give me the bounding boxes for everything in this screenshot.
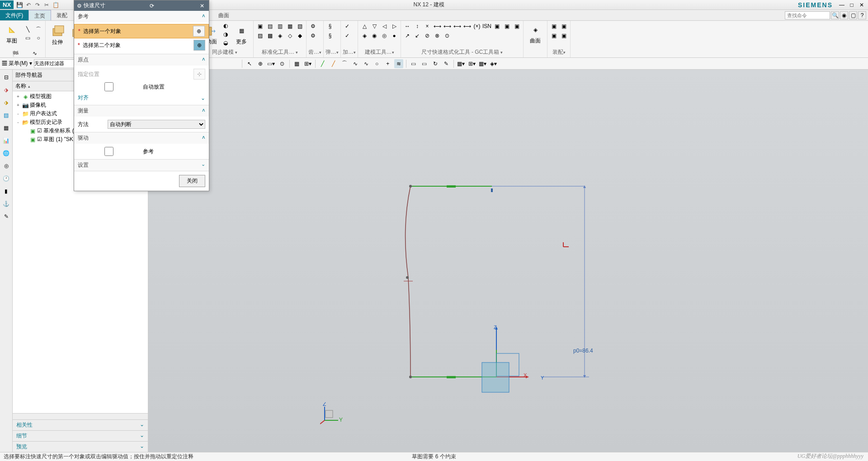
tab-assembly[interactable]: 装配 xyxy=(51,10,73,20)
f15[interactable]: ▭ xyxy=(409,59,418,68)
d7[interactable]: ⟷ xyxy=(462,22,472,31)
m4[interactable]: ▷ xyxy=(390,22,399,31)
a2[interactable]: ▣ xyxy=(559,22,568,31)
section-detail[interactable]: 细节⌄ xyxy=(13,430,148,441)
close-button[interactable]: 关闭 xyxy=(179,175,205,187)
f4[interactable]: ⊙ xyxy=(278,59,287,68)
rect-tool[interactable]: ▭ xyxy=(23,34,33,42)
help-icon[interactable]: ◉ xyxy=(840,11,848,19)
std10[interactable]: ◆ xyxy=(295,31,304,40)
f11[interactable]: ∿ xyxy=(362,59,371,68)
copy-icon[interactable]: 📋 xyxy=(52,1,60,9)
m1[interactable]: △ xyxy=(360,22,369,31)
auto-place[interactable]: 自动放置 xyxy=(78,81,205,93)
ref-checkbox[interactable] xyxy=(78,147,140,156)
f1[interactable]: ↖ xyxy=(245,59,254,68)
f7[interactable]: ╱ xyxy=(318,59,327,68)
dialog-close-icon[interactable]: ✕ xyxy=(198,3,206,9)
f3[interactable]: ▭▾ xyxy=(267,59,276,68)
d8[interactable]: (×) xyxy=(472,22,481,31)
section-reference[interactable]: 参考ʌ xyxy=(74,11,209,22)
d9[interactable]: ISN xyxy=(482,22,491,31)
d2[interactable]: ↕ xyxy=(413,22,422,31)
rail-2[interactable]: ⬗ xyxy=(1,98,11,108)
m8[interactable]: ● xyxy=(390,31,399,40)
spline-tool[interactable]: ∿ xyxy=(30,49,40,57)
rail-11[interactable]: ✎ xyxy=(1,212,11,221)
section-measure[interactable]: 测量ʌ xyxy=(74,105,209,117)
tab-surface[interactable]: 曲面 xyxy=(213,10,235,20)
m3[interactable]: ◁ xyxy=(380,22,389,31)
f22[interactable]: ◈▾ xyxy=(489,59,498,68)
std9[interactable]: ◇ xyxy=(285,31,294,40)
gear2[interactable]: ⚙ xyxy=(308,31,317,40)
surface-button[interactable]: ◈曲面 xyxy=(525,22,545,46)
add1[interactable]: ✓ xyxy=(343,22,352,31)
graphics-canvas[interactable]: Z Y X p0=86.4 Z Y xyxy=(148,70,868,452)
std4[interactable]: ▦ xyxy=(285,22,294,31)
f18[interactable]: ✎ xyxy=(442,59,451,68)
d11[interactable]: ▣ xyxy=(502,22,511,31)
f12[interactable]: ○ xyxy=(373,59,382,68)
arc-tool[interactable]: ⌒ xyxy=(33,25,43,33)
line-tool[interactable]: ╲ xyxy=(23,25,33,33)
f14[interactable]: ≋ xyxy=(394,59,403,68)
select-second-object[interactable]: *选择第二个对象⊕ xyxy=(78,38,205,52)
method-select[interactable]: 自动判断 xyxy=(108,120,205,129)
d5[interactable]: ⟷ xyxy=(443,22,452,31)
filter-input[interactable] xyxy=(34,59,75,68)
auto-checkbox[interactable] xyxy=(78,82,140,91)
sync-tool3[interactable]: ◒ xyxy=(221,39,231,47)
std2[interactable]: ▤ xyxy=(265,22,274,31)
dimension-label[interactable]: p0=86.4 xyxy=(573,348,593,354)
rail-8[interactable]: 🕐 xyxy=(1,174,11,183)
d6[interactable]: ⟷ xyxy=(453,22,462,31)
f19[interactable]: ▦▾ xyxy=(457,59,466,68)
rail-nav-icon[interactable]: ⊟ xyxy=(1,72,11,82)
align-link[interactable]: 对齐 xyxy=(78,94,89,102)
f20[interactable]: ⊞▾ xyxy=(467,59,476,68)
d15[interactable]: ⊘ xyxy=(423,31,432,40)
save-icon[interactable]: 💾 xyxy=(15,1,24,9)
d3[interactable]: × xyxy=(423,22,432,31)
maximize-icon[interactable]: □ xyxy=(847,2,856,8)
d16[interactable]: ⊗ xyxy=(433,31,442,40)
window-icon[interactable]: ▢ xyxy=(849,11,857,19)
dialog-pin-icon[interactable]: ⟳ xyxy=(150,3,154,9)
f8[interactable]: ╱ xyxy=(329,59,338,68)
rail-1[interactable]: ⬗ xyxy=(1,85,11,95)
nav-scrollbar[interactable] xyxy=(13,413,148,419)
rail-7[interactable]: ◎ xyxy=(1,161,11,171)
d12[interactable]: ▣ xyxy=(512,22,521,31)
search-icon[interactable]: 🔍 xyxy=(831,11,839,19)
rail-9[interactable]: ▮ xyxy=(1,186,11,196)
d10[interactable]: ▣ xyxy=(492,22,501,31)
sync-tool2[interactable]: ◑ xyxy=(221,30,231,38)
specify-position[interactable]: 指定位置⊹ xyxy=(78,67,205,81)
spr1[interactable]: § xyxy=(326,22,335,31)
more-sync-button[interactable]: ▦更多 xyxy=(231,23,251,47)
add2[interactable]: ✓ xyxy=(343,31,352,40)
m7[interactable]: ◎ xyxy=(380,31,389,40)
circle-tool[interactable]: ○ xyxy=(33,34,43,42)
menu-dropdown[interactable]: ☰ 菜单(M) ▾ xyxy=(2,60,32,67)
d17[interactable]: ⊙ xyxy=(443,31,452,40)
f17[interactable]: ↻ xyxy=(431,59,440,68)
align-row[interactable]: 对齐⌄ xyxy=(78,93,205,103)
help2-icon[interactable]: ? xyxy=(858,11,866,19)
m6[interactable]: ◉ xyxy=(370,31,379,40)
section-preview[interactable]: 预览⌄ xyxy=(13,441,148,452)
sync-tool1[interactable]: ◐ xyxy=(221,22,231,30)
m2[interactable]: ▽ xyxy=(370,22,379,31)
section-drive[interactable]: 驱动ʌ xyxy=(74,132,209,144)
f9[interactable]: ⌒ xyxy=(340,59,349,68)
d1[interactable]: ↔ xyxy=(403,22,412,31)
std5[interactable]: ▧ xyxy=(295,22,304,31)
finish-sketch-button[interactable]: 🏁 完成草图 xyxy=(2,46,29,58)
a3[interactable]: ▣ xyxy=(549,31,558,40)
m5[interactable]: ◈ xyxy=(360,31,369,40)
tab-home[interactable]: 主页 xyxy=(28,10,51,20)
std8[interactable]: ◈ xyxy=(275,31,284,40)
section-related[interactable]: 相关性⌄ xyxy=(13,419,148,430)
f6[interactable]: ⊞▾ xyxy=(303,59,312,68)
